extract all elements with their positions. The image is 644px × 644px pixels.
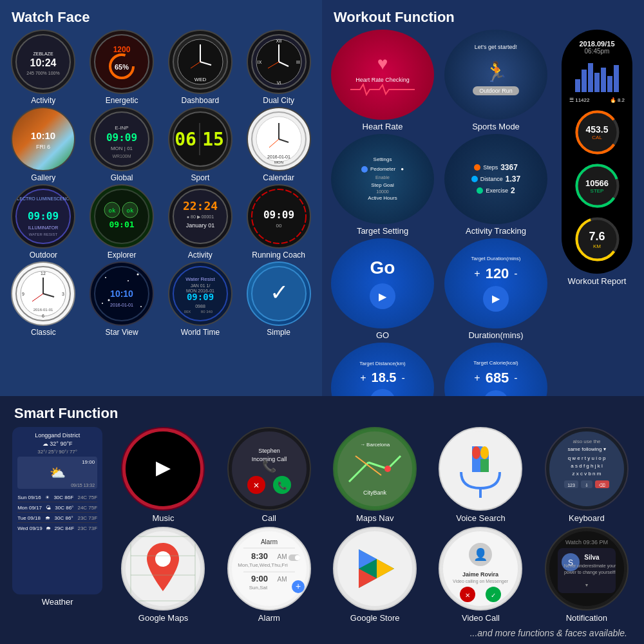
svg-text:Never underestimate your: Never underestimate your	[564, 564, 616, 569]
watch-label-classic: Classic	[31, 328, 56, 337]
svg-text:✓: ✓	[491, 592, 496, 599]
watch-item-starview: 10:10 2016-01-01 Star View	[84, 261, 160, 337]
svg-text:JAN 01  1/: JAN 01 1/	[191, 283, 211, 288]
svg-text:● 80  ▶ 00001: ● 80 ▶ 00001	[187, 214, 214, 219]
svg-rect-115	[472, 446, 480, 459]
watch-item-gallery: 10:10 FRI 6 Gallery	[5, 107, 82, 182]
svg-text:ELECTRO LUMINESCENCE: ELECTRO LUMINESCENCE	[14, 196, 72, 201]
smart-item-voice: Voice Search	[430, 427, 531, 523]
watch-item-classic: 12 3 6 9 2016-01-01 Classic	[5, 261, 82, 337]
svg-text:AM: AM	[277, 576, 287, 583]
smart-item-notification: Watch 09:36 PM S Silva Never underestima…	[536, 527, 638, 623]
svg-text:10:10: 10:10	[31, 130, 55, 141]
svg-text:WED: WED	[194, 77, 207, 82]
smart-item-maps: CityBank → Barcelona Maps Nav	[324, 427, 426, 523]
svg-point-46	[95, 189, 149, 243]
watch-item-dashboard: WED Dashboard	[162, 30, 239, 105]
svg-text:6: 6	[42, 314, 44, 318]
watch-label-running: Running Coach	[252, 251, 305, 260]
report-cal-unit: CAL	[592, 135, 602, 140]
smart-item-weather-panel: Longgand District ☁ 32° 90°F 32°/ 25°/ 9…	[6, 427, 108, 623]
workout-item-go: Go ▶ GO	[327, 238, 438, 340]
watch-item-sport: 06 15 Sport	[162, 107, 239, 182]
svg-text:80  340: 80 340	[201, 310, 213, 314]
svg-text:same  following ▾: same following ▾	[567, 446, 605, 452]
watch-item-simple: ✓ Simple	[240, 261, 317, 337]
workout-item-target: Settings Pedometer ● Enable Step Goal 10…	[327, 134, 438, 236]
svg-text:Jaime Rovira: Jaime Rovira	[462, 571, 499, 578]
svg-text:09:01: 09:01	[109, 220, 135, 229]
smart-label-call: Call	[262, 513, 276, 523]
svg-text:10:24: 10:24	[30, 57, 57, 68]
watch-label-activity: Activity	[31, 96, 55, 105]
smart-item-keyboard: also use the same following ▾ q w e r t …	[536, 427, 638, 523]
workout-section: Workout Function ♥ Heart Rate Checking H…	[322, 0, 644, 396]
svg-text:245  700%  100%: 245 700% 100%	[27, 71, 60, 75]
svg-text:⇩: ⇩	[585, 483, 589, 488]
workout-label-duration: Duration(mins)	[468, 330, 523, 340]
svg-text:📞: 📞	[262, 459, 277, 473]
watch-item-outdoor: ELECTRO LUMINESCENCE 09:09 ILLUMINATOR W…	[5, 184, 82, 260]
svg-text:VI: VI	[276, 80, 281, 85]
svg-point-74	[128, 280, 129, 281]
report-km: 7.6	[589, 230, 605, 243]
svg-point-109	[384, 466, 391, 472]
workout-report-pill: 2018.09/15 06:45pm	[562, 30, 632, 274]
svg-text:12: 12	[41, 271, 46, 276]
watch-item-running: 09:09 00 Running Coach	[240, 184, 317, 260]
watch-label-activity2: Activity	[188, 251, 213, 260]
svg-text:09:09: 09:09	[106, 131, 137, 144]
smart-label-notification: Notification	[566, 613, 607, 623]
svg-text:Watch 09:36 PM: Watch 09:36 PM	[565, 539, 608, 545]
svg-text:IX: IX	[257, 60, 261, 64]
watch-item-explorer: ok ok 09:01 Explorer	[84, 184, 160, 260]
svg-text:FRI 6: FRI 6	[36, 144, 50, 150]
watch-label-global: Global	[111, 173, 133, 182]
watch-label-dualcity: Dual City	[263, 96, 294, 105]
svg-text:z x c v b n m: z x c v b n m	[572, 471, 601, 477]
svg-text:Stephen: Stephen	[258, 448, 280, 454]
svg-point-155	[443, 531, 518, 606]
svg-text:9:00: 9:00	[251, 574, 268, 583]
svg-text:ILLUMINATOR: ILLUMINATOR	[28, 225, 58, 230]
workout-label-heartrate: Heart Rate	[363, 122, 403, 131]
svg-text:09:09: 09:09	[263, 209, 294, 221]
svg-text:also use the: also use the	[573, 439, 601, 444]
svg-text:8:30: 8:30	[251, 551, 268, 561]
watch-label-dashboard: Dashboard	[182, 96, 220, 105]
svg-text:✕: ✕	[465, 592, 470, 599]
svg-text:E-INP: E-INP	[115, 125, 128, 131]
svg-text:Alarm: Alarm	[261, 538, 278, 545]
svg-point-73	[140, 306, 142, 307]
watch-label-sport: Sport	[191, 173, 210, 182]
workout-item-sports: Let's get started! 🏃 Outdoor Run Sports …	[440, 30, 551, 131]
svg-text:MON: MON	[274, 160, 283, 164]
watch-item-energetic: 1200 65% Energetic	[84, 30, 160, 105]
svg-text:⌫: ⌫	[599, 483, 605, 488]
top-half: Watch Face ZEBLAZE 10:24 245 700% 100% A…	[0, 0, 644, 396]
svg-text:2016-01-01: 2016-01-01	[267, 155, 290, 159]
workout-item-activity: Steps 3367 Distance 1.37 Exercise	[440, 134, 551, 236]
svg-text:WR100M: WR100M	[113, 154, 131, 158]
svg-text:+: +	[296, 581, 301, 591]
svg-text:ok: ok	[127, 207, 134, 214]
report-cal: 453.5	[585, 124, 608, 135]
workout-label-target: Target Setting	[357, 226, 408, 236]
svg-text:00: 00	[276, 223, 281, 229]
watch-label-energetic: Energetic	[106, 96, 138, 105]
svg-text:00X: 00X	[184, 310, 191, 314]
svg-point-143	[295, 555, 300, 560]
watch-item-activity: ZEBLAZE 10:24 245 700% 100% Activity	[5, 30, 82, 105]
svg-text:15: 15	[202, 129, 224, 150]
watch-item-dualcity: XII III VI IX Dual City	[240, 30, 317, 105]
smart-label-videocall: Video Call	[462, 613, 500, 623]
svg-text:10:10: 10:10	[110, 289, 133, 299]
workout-title: Workout Function	[326, 4, 640, 28]
watch-item-calendar: 2016-01-01 MON Calendar	[240, 107, 317, 182]
svg-text:9: 9	[22, 292, 24, 296]
svg-point-70	[105, 277, 106, 278]
watch-item-activity2: 22:24 ● 80 ▶ 00001 January 01 Activity	[162, 184, 239, 260]
svg-text:MON | 01: MON | 01	[111, 146, 133, 151]
svg-text:▼: ▼	[584, 583, 589, 587]
svg-text:ok: ok	[109, 207, 116, 214]
